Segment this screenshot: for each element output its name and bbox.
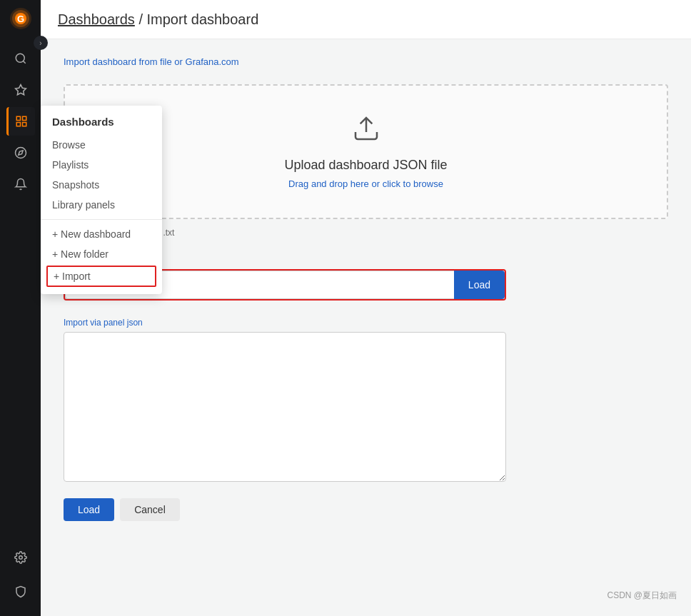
svg-rect-10: [16, 123, 20, 126]
upload-icon: [352, 114, 380, 149]
explore-icon[interactable]: [6, 138, 35, 167]
dropdown-title: Dashboards: [41, 111, 162, 135]
svg-rect-9: [23, 123, 26, 126]
svg-rect-7: [16, 116, 20, 120]
breadcrumb-current: Import dashboard: [147, 11, 259, 27]
cancel-button[interactable]: Cancel: [120, 498, 180, 521]
playlists-item[interactable]: Playlists: [41, 155, 162, 175]
grafana-logo: G: [8, 6, 34, 31]
settings-icon[interactable]: [6, 543, 35, 572]
starred-icon[interactable]: [6, 76, 35, 104]
svg-marker-6: [15, 85, 26, 95]
watermark: CSDN @夏日如画: [607, 590, 677, 602]
breadcrumb-separator: /: [135, 11, 147, 27]
dashboards-dropdown: Dashboards Browse Playlists Snapshots Li…: [41, 106, 162, 294]
shield-icon[interactable]: [6, 577, 35, 606]
svg-point-11: [15, 148, 26, 158]
svg-point-13: [19, 556, 22, 560]
dropdown-divider: [41, 219, 162, 220]
topbar: Dashboards / Import dashboard: [41, 0, 691, 39]
import-action[interactable]: + Import: [46, 266, 156, 287]
alerting-icon[interactable]: [6, 170, 35, 198]
page-subtitle[interactable]: Import dashboard from file or Grafana.co…: [64, 56, 668, 67]
svg-marker-12: [18, 151, 22, 155]
sidebar-bottom: [6, 542, 35, 607]
panel-json-textarea[interactable]: [64, 332, 506, 482]
sidebar-collapse-button[interactable]: ›: [34, 36, 48, 50]
svg-line-5: [23, 61, 25, 63]
browse-item[interactable]: Browse: [41, 135, 162, 155]
sidebar: G ›: [0, 0, 41, 616]
search-icon[interactable]: [6, 44, 35, 73]
breadcrumb-link[interactable]: Dashboards: [58, 11, 135, 27]
breadcrumb: Dashboards / Import dashboard: [58, 11, 258, 28]
svg-point-4: [16, 54, 24, 62]
upload-title: Upload dashboard JSON file: [284, 158, 447, 173]
import-panel-label: Import via panel json: [64, 318, 668, 328]
main-content: Dashboards / Import dashboard Import das…: [41, 0, 691, 616]
load-button[interactable]: Load: [64, 498, 114, 521]
new-folder-action[interactable]: + New folder: [41, 244, 162, 264]
upload-hint: Drag and drop here or click to browse: [288, 178, 443, 189]
dashboards-icon[interactable]: [6, 107, 35, 136]
load-button-inline[interactable]: Load: [454, 271, 505, 299]
svg-text:G: G: [16, 14, 24, 24]
snapshots-item[interactable]: Snapshots: [41, 175, 162, 195]
svg-rect-8: [23, 116, 26, 120]
bottom-actions: Load Cancel: [64, 498, 668, 521]
new-dashboard-action[interactable]: + New dashboard: [41, 224, 162, 244]
library-panels-item[interactable]: Library panels: [41, 195, 162, 215]
